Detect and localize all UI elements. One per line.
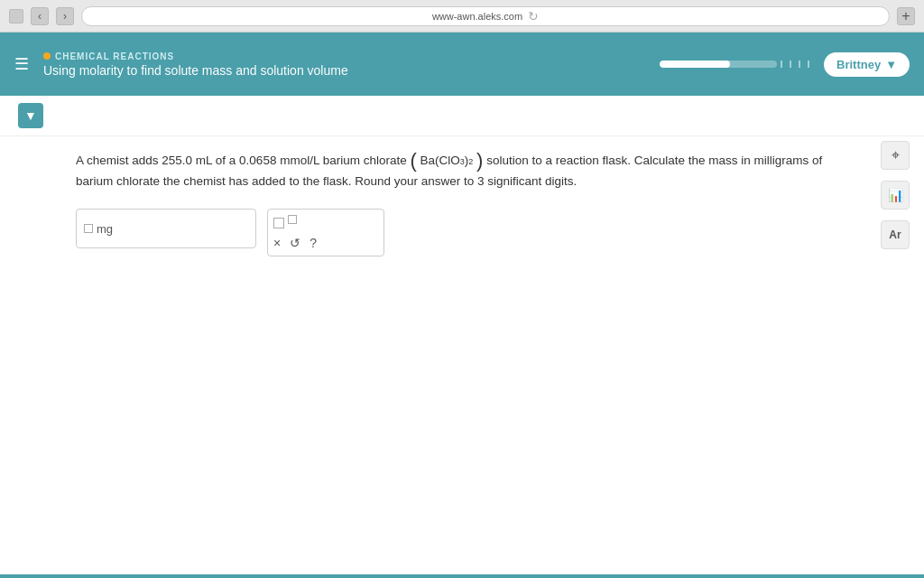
- header-category: CHEMICAL REACTIONS: [43, 51, 645, 61]
- answer-unit: mg: [97, 222, 113, 236]
- chevron-down-icon: ▼: [24, 108, 37, 123]
- progress-tick-1: [781, 61, 782, 68]
- main-content: ▼ A chemist adds 255.0 mL of a 0.0658 mm…: [0, 96, 924, 574]
- header-text: CHEMICAL REACTIONS Using molarity to fin…: [43, 51, 645, 78]
- formula-clear-btn[interactable]: ×: [273, 236, 281, 250]
- calculator-icon: ⌖: [892, 147, 900, 163]
- paren-left: (: [410, 150, 416, 172]
- progress-tick-2: [790, 61, 791, 68]
- sub-2: 2: [468, 155, 473, 168]
- formula-actions: × ↺ ?: [273, 236, 378, 250]
- periodic-table-btn[interactable]: Ar: [881, 220, 910, 249]
- app-header: ☰ CHEMICAL REACTIONS Using molarity to f…: [0, 33, 924, 96]
- progress-bar: [660, 61, 777, 68]
- add-tab-btn[interactable]: +: [897, 7, 915, 25]
- url-text: www-awn.aleks.com: [432, 11, 522, 22]
- hamburger-icon[interactable]: ☰: [14, 54, 29, 74]
- browser-forward-btn[interactable]: ›: [56, 7, 74, 25]
- input-cursor-box: [84, 224, 93, 233]
- address-bar: www-awn.aleks.com ↻: [81, 6, 890, 26]
- problem-text: A chemist adds 255.0 mL of a 0.0658 mmol…: [76, 151, 848, 191]
- chevron-area: ▼: [0, 96, 924, 136]
- problem-area: A chemist adds 255.0 mL of a 0.0658 mmol…: [0, 136, 924, 574]
- problem-text-before: A chemist adds 255.0 mL of a 0.0658 mmol…: [76, 154, 410, 167]
- progress-tick-3: [799, 61, 800, 68]
- header-title: Using molarity to find solute mass and s…: [43, 63, 645, 78]
- chemical-formula: ( Ba(ClO3)2 ): [410, 151, 483, 171]
- progress-bar-fill: [660, 61, 730, 68]
- progress-bar-container: [660, 61, 809, 68]
- calculator-btn[interactable]: ⌖: [881, 141, 910, 170]
- chart-btn[interactable]: 📊: [881, 181, 910, 210]
- browser-chrome: ‹ › www-awn.aleks.com ↻ +: [0, 0, 924, 33]
- barium-chlorate-formula: Ba(ClO3)2: [420, 151, 474, 171]
- periodic-table-icon: Ar: [889, 228, 901, 241]
- chart-icon: 📊: [888, 188, 903, 202]
- progress-ticks: [781, 61, 809, 68]
- browser-btn-1[interactable]: [9, 9, 23, 23]
- formula-base-box: [273, 218, 284, 228]
- formula-superscript-box: [288, 215, 297, 224]
- formula-undo-btn[interactable]: ↺: [290, 236, 300, 250]
- sub-3: 3: [460, 155, 465, 168]
- refresh-icon[interactable]: ↻: [528, 9, 539, 23]
- input-section: mg × ↺ ?: [76, 209, 848, 256]
- category-dot: [43, 52, 51, 60]
- user-menu-btn[interactable]: Brittney ▼: [824, 52, 910, 77]
- browser-back-btn[interactable]: ‹: [31, 7, 49, 25]
- superscript-container: [288, 215, 297, 230]
- footer: Explanation Check: [0, 574, 924, 578]
- right-sidebar: ⌖ 📊 Ar: [881, 141, 910, 249]
- chevron-btn[interactable]: ▼: [18, 103, 43, 128]
- formula-input-row: [273, 215, 378, 230]
- progress-tick-4: [808, 61, 809, 68]
- answer-input-container[interactable]: mg: [76, 209, 256, 248]
- formula-help-btn[interactable]: ?: [310, 236, 317, 250]
- formula-toolbar: × ↺ ?: [267, 209, 384, 256]
